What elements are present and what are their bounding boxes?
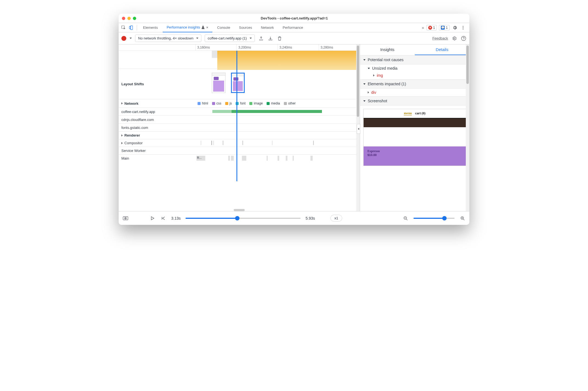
- maximize-window-button[interactable]: [133, 17, 136, 20]
- tab-details[interactable]: Details: [415, 44, 470, 55]
- network-host[interactable]: cdnjs.cloudflare.com: [119, 116, 195, 123]
- zoom-in-icon[interactable]: [459, 215, 466, 221]
- more-tabs-button[interactable]: »: [422, 25, 424, 30]
- horizontal-scrollbar[interactable]: [234, 209, 245, 211]
- disclosure-triangle-icon: [373, 74, 375, 76]
- layout-shift-thumb-selected[interactable]: [231, 73, 245, 93]
- message-badge[interactable]: 💬1: [439, 25, 450, 30]
- tab-label: Sources: [239, 25, 252, 30]
- chevron-down-icon: [368, 68, 370, 69]
- kebab-menu-icon[interactable]: [460, 25, 466, 31]
- playhead[interactable]: [236, 51, 237, 181]
- chevron-down-icon: [363, 83, 366, 85]
- panel-tabs: Elements Performance insights × Console …: [119, 23, 469, 32]
- insights-toolbar: No network throttling, 4× slowdown coffe…: [119, 32, 469, 44]
- legend-swatch: [225, 102, 228, 105]
- network-host[interactable]: coffee-cart.netlify.app: [119, 108, 195, 115]
- tab-sources[interactable]: Sources: [235, 23, 256, 32]
- tab-console[interactable]: Console: [213, 23, 234, 32]
- compositor-track[interactable]: [195, 139, 360, 146]
- tab-label: Network: [261, 25, 274, 30]
- svg-point-8: [463, 39, 464, 40]
- main-task-block: R...: [196, 156, 205, 161]
- section-root-causes[interactable]: Potential root causes: [360, 55, 469, 64]
- item-unsized-media[interactable]: Unsized media: [360, 64, 469, 72]
- legend-label: image: [254, 101, 263, 105]
- toolbar-settings-icon[interactable]: [451, 35, 457, 41]
- shot-cart-link: cart (0): [415, 111, 426, 116]
- preview-toggle-icon[interactable]: [122, 215, 129, 221]
- track-renderer-header[interactable]: Renderer: [119, 132, 195, 139]
- import-icon[interactable]: [267, 35, 273, 41]
- delete-icon[interactable]: [277, 35, 283, 41]
- screenshot-preview: menu cart (0) Espresso $10.00: [363, 109, 466, 166]
- collapse-pane-button[interactable]: [357, 124, 360, 134]
- close-window-button[interactable]: [122, 17, 125, 20]
- track-main[interactable]: Main: [119, 155, 195, 162]
- section-screenshot[interactable]: Screenshot: [360, 97, 469, 106]
- export-icon[interactable]: [258, 35, 264, 41]
- tab-insights[interactable]: Insights: [360, 44, 415, 55]
- zoom-slider[interactable]: [413, 218, 455, 219]
- feedback-link[interactable]: Feedback: [432, 36, 448, 40]
- details-scrollbar[interactable]: [466, 44, 469, 211]
- track-label: Network: [124, 101, 138, 106]
- network-track[interactable]: [195, 108, 360, 115]
- disclosure-triangle-icon: [368, 91, 369, 93]
- record-button[interactable]: [121, 36, 126, 41]
- section-label: Elements impacted (1): [368, 82, 406, 86]
- tab-elements[interactable]: Elements: [139, 23, 162, 32]
- shot-banner: [364, 118, 466, 127]
- tab-label: Elements: [143, 25, 158, 30]
- element-img[interactable]: img: [360, 72, 469, 79]
- track-service-worker[interactable]: Service Worker: [119, 147, 195, 154]
- timeline-tick: 3,160ms: [195, 44, 236, 50]
- main-area: 3,160ms 3,200ms 3,240ms 3,280ms Layout S…: [119, 44, 469, 211]
- legend-label: js: [230, 101, 232, 105]
- tab-performance-insights[interactable]: Performance insights ×: [163, 23, 212, 32]
- section-elements-impacted[interactable]: Elements impacted (1): [360, 80, 469, 89]
- target-select[interactable]: coffee-cart.netlify.app (1): [205, 35, 255, 42]
- main-track[interactable]: R...: [195, 155, 360, 161]
- network-host[interactable]: fonts.gstatic.com: [119, 124, 195, 131]
- close-tab-icon[interactable]: ×: [206, 25, 208, 30]
- network-legend: html css js font image media other: [198, 100, 358, 106]
- skip-start-button[interactable]: [160, 215, 166, 221]
- inspect-icon[interactable]: [120, 24, 127, 31]
- throttle-select[interactable]: No network throttling, 4× slowdown: [135, 35, 201, 42]
- track-network-header[interactable]: Network: [119, 99, 195, 107]
- flask-icon: [202, 26, 204, 29]
- legend-swatch: [249, 102, 252, 105]
- help-icon[interactable]: [461, 35, 467, 41]
- time-end: 5.93s: [306, 216, 315, 220]
- time-slider[interactable]: [185, 218, 301, 219]
- item-label: Unsized media: [372, 66, 398, 70]
- minimize-window-button[interactable]: [127, 17, 131, 20]
- tab-label: Console: [217, 25, 230, 30]
- device-toggle-icon[interactable]: [128, 24, 135, 31]
- track-compositor[interactable]: Compositor: [119, 139, 195, 147]
- timeline-tick: 3,200ms: [236, 44, 278, 50]
- details-panel: Insights Details Potential root causes U…: [360, 44, 469, 211]
- tab-performance[interactable]: Performance: [279, 23, 307, 32]
- disclosure-triangle-icon: [121, 134, 123, 137]
- layout-shifts-track[interactable]: [195, 69, 360, 99]
- track-label: Compositor: [124, 141, 142, 145]
- zoom-out-icon[interactable]: [403, 215, 409, 221]
- message-icon: 💬: [441, 26, 445, 30]
- time-start: 3.13s: [171, 216, 181, 220]
- legend-swatch: [198, 102, 201, 105]
- tab-network[interactable]: Network: [257, 23, 278, 32]
- svg-point-5: [463, 29, 464, 29]
- legend-label: font: [240, 101, 246, 105]
- speed-pill[interactable]: x1: [330, 215, 342, 222]
- record-menu-dropdown[interactable]: [130, 38, 132, 39]
- element-div[interactable]: div: [360, 89, 469, 96]
- settings-icon[interactable]: [452, 25, 458, 31]
- layout-shift-thumb[interactable]: [212, 73, 226, 93]
- error-badge[interactable]: ✕1: [426, 25, 437, 30]
- play-button[interactable]: [149, 215, 155, 221]
- legend-label: css: [216, 101, 221, 105]
- timeline-ruler: 3,160ms 3,200ms 3,240ms 3,280ms: [119, 44, 360, 51]
- track-label: Renderer: [124, 133, 140, 137]
